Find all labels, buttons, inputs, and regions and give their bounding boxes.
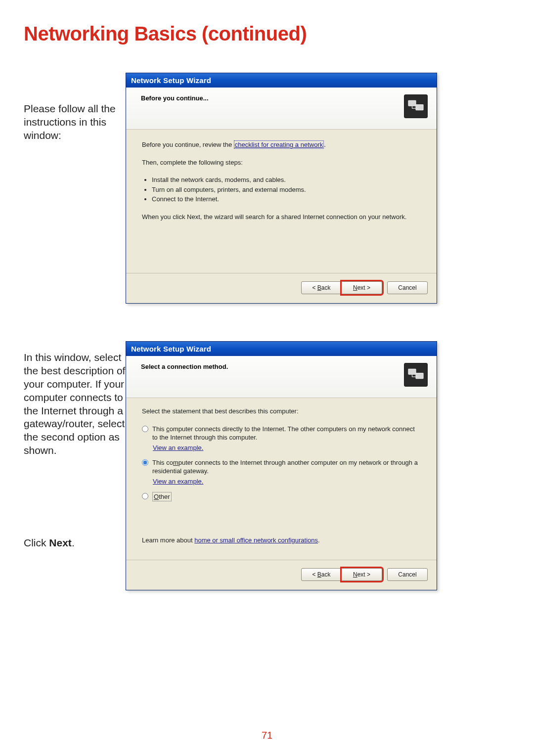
radio-option-2[interactable]: This computer connects to the Internet t…: [142, 458, 421, 485]
back-button[interactable]: < Back: [301, 281, 342, 294]
list-item: Turn on all computers, printers, and ext…: [152, 185, 421, 194]
radio-gateway-label: This computer connects to the Internet t…: [152, 458, 421, 476]
wizard2-titlebar: Network Setup Wizard: [126, 342, 437, 356]
view-example-link-2[interactable]: View an example.: [142, 478, 421, 485]
wizard2-header-title: Select a connection method.: [141, 363, 228, 370]
radio-direct-label: This computer connects directly to the I…: [152, 425, 421, 442]
wizard-window-2: Network Setup Wizard Select a connection…: [126, 341, 437, 590]
wizard1-titlebar: Network Setup Wizard: [126, 73, 437, 88]
wizard2-header: Select a connection method.: [126, 356, 437, 398]
wizard1-header: Before you continue...: [126, 88, 437, 130]
radio-gateway[interactable]: [142, 459, 148, 466]
wizard1-header-title: Before you continue...: [141, 94, 209, 102]
click-next-line: Click Next.: [24, 536, 126, 550]
instruction-text-2: In this window, select the best descript…: [24, 341, 126, 550]
back-button[interactable]: < Back: [301, 568, 342, 581]
wizard2-learn-more: Learn more about home or small office ne…: [142, 536, 421, 545]
learn-more-link[interactable]: home or small office network configurati…: [194, 536, 318, 544]
wizard2-select-statement: Select the statement that best describes…: [142, 407, 421, 416]
cancel-button[interactable]: Cancel: [387, 568, 428, 581]
checklist-link[interactable]: checklist for creating a network: [234, 140, 324, 149]
next-button[interactable]: Next >: [342, 281, 382, 294]
svg-rect-1: [416, 105, 423, 110]
wizard1-body: Before you continue, review the checklis…: [126, 130, 437, 273]
radio-direct[interactable]: [142, 426, 148, 432]
network-computers-icon: [404, 363, 428, 387]
list-item: Install the network cards, modems, and c…: [152, 176, 421, 184]
instruction-text-1: Please follow all the instructions in th…: [24, 73, 126, 142]
view-example-link-1[interactable]: View an example.: [142, 444, 421, 451]
learn-more-prefix: Learn more about: [142, 536, 194, 544]
next-button[interactable]: Next >: [342, 568, 382, 581]
wizard1-footer-note: When you click Next, the wizard will sea…: [142, 213, 421, 222]
radio-option-1[interactable]: This computer connects directly to the I…: [142, 425, 421, 451]
page-title: Networking Basics (continued): [24, 23, 510, 45]
section-1: Please follow all the instructions in th…: [24, 73, 510, 304]
learn-more-suffix: .: [318, 536, 320, 544]
wizard1-steps-intro: Then, complete the following steps:: [142, 158, 421, 167]
wizard1-steps-list: Install the network cards, modems, and c…: [142, 176, 421, 204]
cancel-button[interactable]: Cancel: [387, 281, 428, 294]
wizard1-review-line: Before you continue, review the checklis…: [142, 140, 421, 149]
wizard-window-1: Network Setup Wizard Before you continue…: [126, 73, 437, 304]
list-item: Connect to the Internet.: [152, 195, 421, 204]
wizard1-review-suffix: .: [324, 141, 326, 148]
page-number: 71: [0, 730, 534, 741]
svg-rect-3: [416, 373, 423, 379]
wizard2-button-row: < Back Next > Cancel: [126, 560, 437, 590]
radio-other-label: Other: [152, 492, 172, 502]
click-next-bold: Next: [49, 537, 72, 548]
instruction-2-body: In this window, select the best descript…: [24, 352, 125, 456]
wizard1-button-row: < Back Next > Cancel: [126, 273, 437, 303]
svg-rect-0: [408, 100, 416, 106]
svg-rect-2: [408, 369, 416, 374]
network-computers-icon: [404, 94, 428, 118]
wizard1-review-prefix: Before you continue, review the: [142, 141, 234, 148]
radio-other[interactable]: [142, 493, 148, 499]
click-next-suffix: .: [72, 537, 75, 548]
wizard2-body: Select the statement that best describes…: [126, 398, 437, 560]
click-next-prefix: Click: [24, 537, 49, 548]
section-2: In this window, select the best descript…: [24, 341, 510, 590]
radio-option-3[interactable]: Other: [142, 492, 421, 502]
